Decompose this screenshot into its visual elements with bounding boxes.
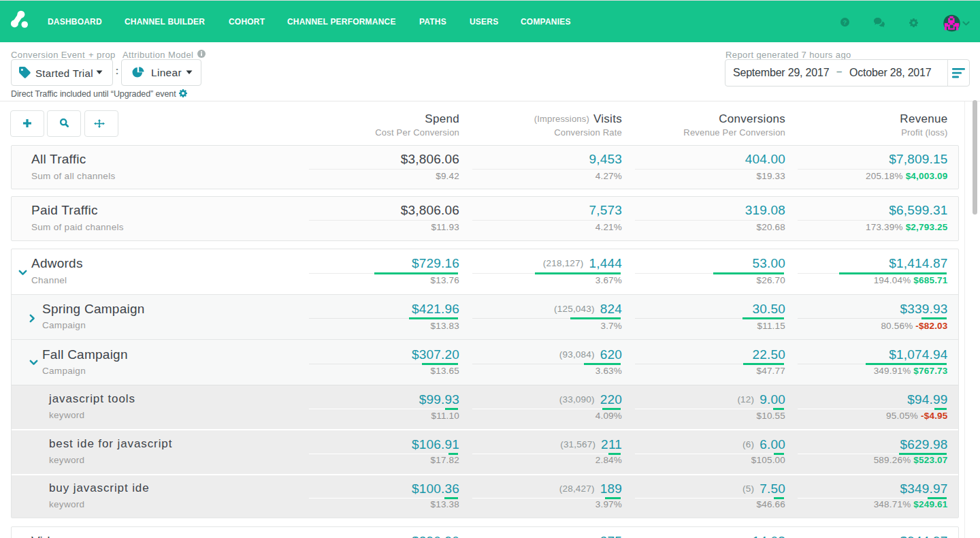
svg-text:?: ? xyxy=(843,18,847,26)
